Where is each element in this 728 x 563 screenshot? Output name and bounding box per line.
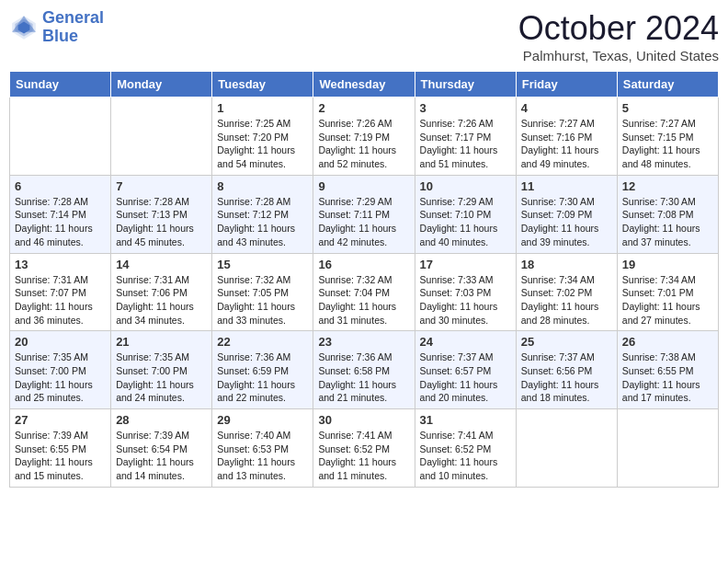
day-number: 30 <box>318 413 409 427</box>
day-number: 18 <box>521 258 612 271</box>
day-number: 11 <box>521 179 612 193</box>
day-number: 19 <box>622 258 713 271</box>
calendar-cell: 3Sunrise: 7:26 AMSunset: 7:17 PMDaylight… <box>415 98 516 176</box>
title-area: October 2024 Palmhurst, Texas, United St… <box>518 9 719 63</box>
day-number: 14 <box>116 258 207 271</box>
calendar-week: 20Sunrise: 7:35 AMSunset: 7:00 PMDayligh… <box>10 331 719 409</box>
day-number: 4 <box>521 101 612 115</box>
calendar-cell: 23Sunrise: 7:36 AMSunset: 6:58 PMDayligh… <box>313 331 415 409</box>
calendar-cell: 31Sunrise: 7:41 AMSunset: 6:52 PMDayligh… <box>415 409 516 488</box>
calendar-cell: 5Sunrise: 7:27 AMSunset: 7:15 PMDaylight… <box>617 98 718 176</box>
day-number: 5 <box>622 101 713 115</box>
calendar-cell <box>516 409 617 488</box>
day-info: Sunrise: 7:37 AMSunset: 6:56 PMDaylight:… <box>521 350 612 405</box>
day-number: 7 <box>116 179 207 193</box>
day-number: 10 <box>420 179 511 193</box>
calendar-cell: 1Sunrise: 7:25 AMSunset: 7:20 PMDaylight… <box>212 98 313 176</box>
day-number: 15 <box>217 258 308 271</box>
calendar-cell: 14Sunrise: 7:31 AMSunset: 7:06 PMDayligh… <box>111 253 212 331</box>
day-info: Sunrise: 7:28 AMSunset: 7:14 PMDaylight:… <box>15 195 106 249</box>
day-number: 6 <box>15 179 106 193</box>
calendar-cell: 6Sunrise: 7:28 AMSunset: 7:14 PMDaylight… <box>10 175 111 253</box>
day-number: 22 <box>217 335 308 349</box>
day-number: 1 <box>217 101 308 115</box>
calendar-cell: 15Sunrise: 7:32 AMSunset: 7:05 PMDayligh… <box>212 253 313 331</box>
day-number: 29 <box>217 413 308 427</box>
day-number: 23 <box>318 335 409 349</box>
calendar-week: 6Sunrise: 7:28 AMSunset: 7:14 PMDaylight… <box>10 175 719 253</box>
header-row: SundayMondayTuesdayWednesdayThursdayFrid… <box>10 72 719 98</box>
calendar-cell: 17Sunrise: 7:33 AMSunset: 7:03 PMDayligh… <box>415 253 516 331</box>
weekday-header: Friday <box>516 72 617 98</box>
day-info: Sunrise: 7:40 AMSunset: 6:53 PMDaylight:… <box>217 429 308 483</box>
day-number: 20 <box>15 335 106 349</box>
day-info: Sunrise: 7:28 AMSunset: 7:13 PMDaylight:… <box>116 195 207 249</box>
calendar-cell <box>111 98 212 176</box>
day-number: 17 <box>420 258 511 271</box>
day-number: 2 <box>318 101 409 115</box>
day-number: 28 <box>116 413 207 427</box>
weekday-header: Sunday <box>10 72 111 98</box>
calendar-cell <box>617 409 718 488</box>
day-info: Sunrise: 7:31 AMSunset: 7:06 PMDaylight:… <box>116 273 207 327</box>
day-info: Sunrise: 7:39 AMSunset: 6:55 PMDaylight:… <box>15 429 106 483</box>
day-info: Sunrise: 7:27 AMSunset: 7:16 PMDaylight:… <box>521 117 612 171</box>
logo-text: General Blue <box>42 9 104 46</box>
day-info: Sunrise: 7:36 AMSunset: 6:58 PMDaylight:… <box>318 350 409 405</box>
day-number: 13 <box>15 258 106 271</box>
logo-icon <box>9 13 39 42</box>
page-header: General Blue October 2024 Palmhurst, Tex… <box>9 9 719 63</box>
calendar-cell: 27Sunrise: 7:39 AMSunset: 6:55 PMDayligh… <box>10 409 111 488</box>
day-number: 27 <box>15 413 106 427</box>
day-number: 9 <box>318 179 409 193</box>
calendar-cell: 24Sunrise: 7:37 AMSunset: 6:57 PMDayligh… <box>415 331 516 409</box>
calendar-cell: 20Sunrise: 7:35 AMSunset: 7:00 PMDayligh… <box>10 331 111 409</box>
day-number: 31 <box>420 413 511 427</box>
day-number: 26 <box>622 335 713 349</box>
day-info: Sunrise: 7:25 AMSunset: 7:20 PMDaylight:… <box>217 117 308 171</box>
day-info: Sunrise: 7:41 AMSunset: 6:52 PMDaylight:… <box>318 429 409 483</box>
calendar-week: 13Sunrise: 7:31 AMSunset: 7:07 PMDayligh… <box>10 253 719 331</box>
calendar-cell: 21Sunrise: 7:35 AMSunset: 7:00 PMDayligh… <box>111 331 212 409</box>
day-info: Sunrise: 7:36 AMSunset: 6:59 PMDaylight:… <box>217 350 308 405</box>
calendar-cell: 19Sunrise: 7:34 AMSunset: 7:01 PMDayligh… <box>617 253 718 331</box>
calendar-cell: 12Sunrise: 7:30 AMSunset: 7:08 PMDayligh… <box>617 175 718 253</box>
weekday-header: Saturday <box>617 72 718 98</box>
day-number: 3 <box>420 101 511 115</box>
calendar-week: 27Sunrise: 7:39 AMSunset: 6:55 PMDayligh… <box>10 409 719 488</box>
day-info: Sunrise: 7:26 AMSunset: 7:19 PMDaylight:… <box>318 117 409 171</box>
day-number: 21 <box>116 335 207 349</box>
calendar-cell: 30Sunrise: 7:41 AMSunset: 6:52 PMDayligh… <box>313 409 415 488</box>
day-info: Sunrise: 7:34 AMSunset: 7:02 PMDaylight:… <box>521 273 612 327</box>
calendar-cell: 10Sunrise: 7:29 AMSunset: 7:10 PMDayligh… <box>415 175 516 253</box>
calendar-cell: 13Sunrise: 7:31 AMSunset: 7:07 PMDayligh… <box>10 253 111 331</box>
day-number: 16 <box>318 258 409 271</box>
calendar-cell: 26Sunrise: 7:38 AMSunset: 6:55 PMDayligh… <box>617 331 718 409</box>
day-info: Sunrise: 7:27 AMSunset: 7:15 PMDaylight:… <box>622 117 713 171</box>
calendar-cell <box>10 98 111 176</box>
day-info: Sunrise: 7:29 AMSunset: 7:10 PMDaylight:… <box>420 195 511 249</box>
day-info: Sunrise: 7:29 AMSunset: 7:11 PMDaylight:… <box>318 195 409 249</box>
calendar-cell: 7Sunrise: 7:28 AMSunset: 7:13 PMDaylight… <box>111 175 212 253</box>
day-info: Sunrise: 7:35 AMSunset: 7:00 PMDaylight:… <box>116 350 207 405</box>
logo: General Blue <box>9 9 104 46</box>
calendar-cell: 2Sunrise: 7:26 AMSunset: 7:19 PMDaylight… <box>313 98 415 176</box>
location: Palmhurst, Texas, United States <box>518 48 719 63</box>
day-info: Sunrise: 7:37 AMSunset: 6:57 PMDaylight:… <box>420 350 511 405</box>
day-info: Sunrise: 7:31 AMSunset: 7:07 PMDaylight:… <box>15 273 106 327</box>
day-info: Sunrise: 7:39 AMSunset: 6:54 PMDaylight:… <box>116 429 207 483</box>
calendar-cell: 22Sunrise: 7:36 AMSunset: 6:59 PMDayligh… <box>212 331 313 409</box>
day-info: Sunrise: 7:30 AMSunset: 7:09 PMDaylight:… <box>521 195 612 249</box>
day-info: Sunrise: 7:38 AMSunset: 6:55 PMDaylight:… <box>622 350 713 405</box>
day-info: Sunrise: 7:35 AMSunset: 7:00 PMDaylight:… <box>15 350 106 405</box>
day-info: Sunrise: 7:32 AMSunset: 7:05 PMDaylight:… <box>217 273 308 327</box>
day-info: Sunrise: 7:33 AMSunset: 7:03 PMDaylight:… <box>420 273 511 327</box>
day-info: Sunrise: 7:26 AMSunset: 7:17 PMDaylight:… <box>420 117 511 171</box>
calendar-cell: 9Sunrise: 7:29 AMSunset: 7:11 PMDaylight… <box>313 175 415 253</box>
weekday-header: Monday <box>111 72 212 98</box>
weekday-header: Wednesday <box>313 72 415 98</box>
month-title: October 2024 <box>518 9 719 48</box>
calendar-cell: 4Sunrise: 7:27 AMSunset: 7:16 PMDaylight… <box>516 98 617 176</box>
calendar-cell: 11Sunrise: 7:30 AMSunset: 7:09 PMDayligh… <box>516 175 617 253</box>
day-info: Sunrise: 7:34 AMSunset: 7:01 PMDaylight:… <box>622 273 713 327</box>
